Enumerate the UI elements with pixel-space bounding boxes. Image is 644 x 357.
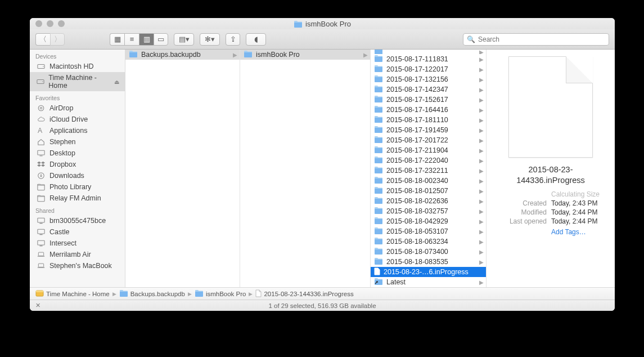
file-row[interactable]: Latest▶: [371, 277, 486, 287]
coverflow-icon: ▭: [157, 35, 164, 43]
folder-icon: [374, 217, 383, 226]
column-view-button[interactable]: ▥: [139, 33, 154, 46]
net-icon: [37, 217, 46, 225]
status-bar: ✕ 1 of 29 selected, 516.93 GB available: [30, 300, 615, 311]
back-button[interactable]: 〈: [35, 33, 50, 46]
laptop-icon: [37, 262, 46, 270]
share-icon: ⇪: [230, 35, 236, 43]
item-label: 2015-08-18-042929: [386, 217, 476, 225]
folder-row[interactable]: 2015-08-17-201722▶: [371, 135, 486, 145]
add-tags-link[interactable]: Add Tags…: [551, 228, 600, 236]
sidebar-item[interactable]: Castle: [30, 226, 125, 238]
chevron-right-icon: ▶: [479, 198, 484, 204]
folder-row[interactable]: 2015-08-18-053107▶: [371, 226, 486, 236]
sidebar-item[interactable]: Relay FM Admin: [30, 193, 125, 204]
icon-view-button[interactable]: ▦: [110, 33, 124, 46]
folder-row[interactable]: Backups.backupdb▶: [125, 50, 240, 60]
sidebar-item[interactable]: Photo Library: [30, 181, 125, 193]
search-field[interactable]: 🔍: [463, 33, 609, 46]
sidebar-item[interactable]: iCloud Drive: [30, 114, 125, 125]
chevron-right-icon: ▶: [479, 249, 484, 255]
folder-icon: [119, 289, 128, 298]
path-bar: Time Machine - Home▶Backups.backupdb▶ism…: [30, 287, 615, 300]
folder-row[interactable]: x▶: [371, 50, 486, 54]
action-button[interactable]: ✻▾: [200, 33, 220, 46]
file-row[interactable]: 2015-08-23-…6.inProgress: [371, 267, 486, 277]
sidebar-item[interactable]: AirDrop: [30, 102, 125, 114]
folder-icon: [374, 207, 383, 216]
folder-row[interactable]: 2015-08-18-083535▶: [371, 257, 486, 267]
search-input[interactable]: [478, 35, 605, 43]
svg-rect-16: [38, 264, 43, 267]
path-segment[interactable]: Backups.backupdb: [119, 289, 185, 298]
svg-point-5: [40, 107, 42, 109]
chevron-right-icon: ▶: [479, 208, 484, 215]
sidebar-item[interactable]: Stephen's MacBook: [30, 260, 125, 271]
sidebar-item[interactable]: Stephen: [30, 136, 125, 148]
column-2[interactable]: x▶2015-08-17-111831▶2015-08-17-122017▶20…: [371, 50, 487, 287]
sidebar-item[interactable]: AApplications: [30, 125, 125, 136]
item-label: 2015-08-17-164416: [386, 106, 476, 114]
item-label: 2015-08-17-122017: [386, 65, 476, 73]
folder-row[interactable]: 2015-08-17-191459▶: [371, 125, 486, 135]
window-title-text: ismhBook Pro: [305, 20, 351, 28]
forward-button[interactable]: 〉: [50, 33, 65, 46]
sidebar-item[interactable]: Desktop: [30, 148, 125, 159]
chevron-right-icon: ▶: [249, 291, 253, 297]
sidebar[interactable]: DevicesMacintosh HDTime Machine - Home⏏F…: [30, 50, 125, 287]
desktop-icon: [37, 149, 46, 157]
folder-row[interactable]: 2015-08-18-073400▶: [371, 247, 486, 257]
coverflow-view-button[interactable]: ▭: [154, 33, 168, 46]
created-label: Created: [502, 199, 547, 207]
chevron-right-icon: ▶: [479, 87, 484, 93]
chevron-right-icon: ▶: [479, 56, 484, 63]
folder-row[interactable]: 2015-08-17-111831▶: [371, 54, 486, 64]
chevron-right-icon: ▶: [363, 52, 368, 58]
svg-point-4: [38, 105, 44, 111]
sidebar-item[interactable]: Downloads: [30, 170, 125, 181]
column-1[interactable]: ismhBook Pro▶: [240, 50, 371, 287]
share-button[interactable]: ⇪: [226, 33, 240, 46]
folder-row[interactable]: 2015-08-18-042929▶: [371, 216, 486, 226]
sidebar-item[interactable]: Macintosh HD: [30, 61, 125, 72]
sidebar-item[interactable]: Time Machine - Home⏏: [30, 72, 125, 91]
list-view-button[interactable]: ≡: [124, 33, 139, 46]
folder-row[interactable]: 2015-08-17-181110▶: [371, 115, 486, 125]
sidebar-item[interactable]: Intersect: [30, 238, 125, 249]
folder-row[interactable]: ismhBook Pro▶: [240, 50, 370, 60]
tags-button[interactable]: ◖: [246, 33, 266, 46]
folder-row[interactable]: 2015-08-18-032757▶: [371, 206, 486, 216]
view-switcher: ▦ ≡ ▥ ▭: [110, 33, 168, 46]
folder-row[interactable]: 2015-08-18-002340▶: [371, 176, 486, 186]
path-segment[interactable]: 2015-08-23-144336.inProgress: [255, 289, 353, 298]
home-icon: [37, 138, 46, 146]
chevron-right-icon: ▶: [479, 50, 484, 54]
svg-rect-7: [38, 150, 44, 155]
column-0[interactable]: Backups.backupdb▶: [125, 50, 240, 287]
sidebar-item-label: Stephen's MacBook: [49, 262, 112, 270]
folder-icon: [374, 156, 383, 165]
folder-row[interactable]: 2015-08-17-232211▶: [371, 166, 486, 176]
folder-row[interactable]: 2015-08-17-142347▶: [371, 84, 486, 95]
sidebar-item[interactable]: Dropbox: [30, 159, 125, 170]
folder-row[interactable]: 2015-08-18-012507▶: [371, 186, 486, 196]
arrange-button[interactable]: ▤▾: [174, 33, 194, 46]
folder-row[interactable]: 2015-08-17-222040▶: [371, 155, 486, 166]
folder-row[interactable]: 2015-08-17-152617▶: [371, 95, 486, 105]
folder-row[interactable]: 2015-08-17-122017▶: [371, 64, 486, 74]
folder-row[interactable]: 2015-08-18-022636▶: [371, 196, 486, 206]
item-label: 2015-08-18-063234: [386, 238, 476, 246]
path-segment[interactable]: Time Machine - Home: [35, 289, 110, 298]
folder-row[interactable]: 2015-08-18-063234▶: [371, 236, 486, 247]
item-label: 2015-08-23-…6.inProgress: [384, 268, 484, 276]
sidebar-item[interactable]: brn30055c475bce: [30, 215, 125, 226]
stop-icon[interactable]: ✕: [35, 302, 40, 309]
folder-row[interactable]: 2015-08-17-164416▶: [371, 105, 486, 115]
eject-icon[interactable]: ⏏: [114, 79, 119, 85]
path-segment[interactable]: ismhBook Pro: [195, 289, 246, 298]
folder-icon: [294, 20, 303, 28]
folder-icon: [195, 289, 204, 298]
folder-row[interactable]: 2015-08-17-211904▶: [371, 145, 486, 155]
sidebar-item[interactable]: Merrilamb Air: [30, 249, 125, 260]
folder-row[interactable]: 2015-08-17-132156▶: [371, 74, 486, 84]
